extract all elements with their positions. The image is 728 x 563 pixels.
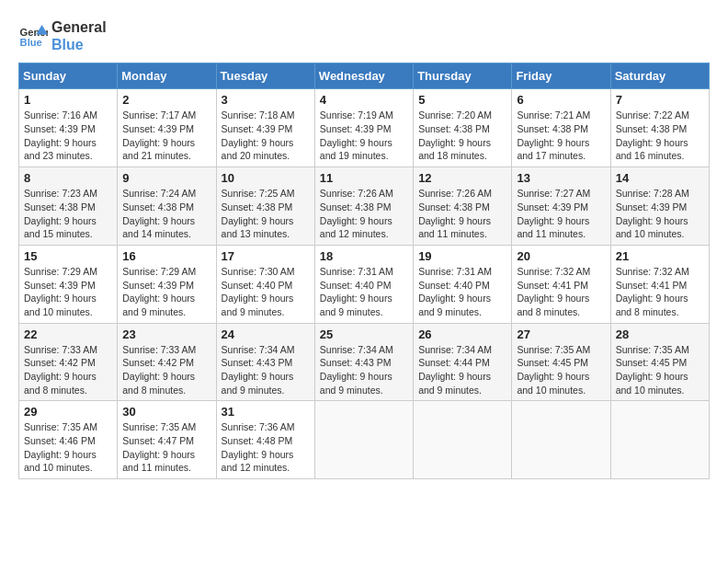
day-number: 13 xyxy=(517,171,605,185)
calendar-cell: 21 Sunrise: 7:32 AMSunset: 4:41 PMDaylig… xyxy=(610,245,709,323)
day-info: Sunrise: 7:32 AMSunset: 4:41 PMDaylight:… xyxy=(517,265,605,319)
day-number: 6 xyxy=(517,93,605,107)
calendar-cell: 13 Sunrise: 7:27 AMSunset: 4:39 PMDaylig… xyxy=(512,167,610,246)
day-header-thursday: Thursday xyxy=(414,63,512,89)
calendar-cell: 28 Sunrise: 7:35 AMSunset: 4:45 PMDaylig… xyxy=(610,323,709,401)
day-number: 27 xyxy=(517,327,605,341)
day-info: Sunrise: 7:29 AMSunset: 4:39 PMDaylight:… xyxy=(122,265,210,319)
day-info: Sunrise: 7:23 AMSunset: 4:38 PMDaylight:… xyxy=(24,187,112,241)
calendar-cell: 14 Sunrise: 7:28 AMSunset: 4:39 PMDaylig… xyxy=(610,167,709,246)
calendar-week-3: 15 Sunrise: 7:29 AMSunset: 4:39 PMDaylig… xyxy=(19,245,710,323)
calendar-table: SundayMondayTuesdayWednesdayThursdayFrid… xyxy=(18,63,710,479)
calendar-cell xyxy=(512,401,610,479)
day-info: Sunrise: 7:33 AMSunset: 4:42 PMDaylight:… xyxy=(122,343,210,397)
day-info: Sunrise: 7:34 AMSunset: 4:43 PMDaylight:… xyxy=(222,343,310,397)
calendar-cell xyxy=(414,401,512,479)
day-number: 11 xyxy=(320,171,408,185)
day-number: 26 xyxy=(418,327,506,341)
calendar-cell: 22 Sunrise: 7:33 AMSunset: 4:42 PMDaylig… xyxy=(19,323,118,401)
day-number: 2 xyxy=(122,93,210,107)
calendar-cell: 20 Sunrise: 7:32 AMSunset: 4:41 PMDaylig… xyxy=(512,245,610,323)
day-info: Sunrise: 7:31 AMSunset: 4:40 PMDaylight:… xyxy=(418,265,506,319)
calendar-cell: 26 Sunrise: 7:34 AMSunset: 4:44 PMDaylig… xyxy=(414,323,512,401)
day-number: 10 xyxy=(222,171,310,185)
calendar-cell: 23 Sunrise: 7:33 AMSunset: 4:42 PMDaylig… xyxy=(118,323,216,401)
day-number: 17 xyxy=(222,249,310,263)
calendar-header-row: SundayMondayTuesdayWednesdayThursdayFrid… xyxy=(19,63,710,89)
page-header: General Blue General Blue xyxy=(18,18,710,53)
calendar-week-1: 1 Sunrise: 7:16 AMSunset: 4:39 PMDayligh… xyxy=(19,89,710,167)
day-info: Sunrise: 7:34 AMSunset: 4:43 PMDaylight:… xyxy=(320,343,408,397)
day-info: Sunrise: 7:35 AMSunset: 4:47 PMDaylight:… xyxy=(122,420,210,475)
day-info: Sunrise: 7:28 AMSunset: 4:39 PMDaylight:… xyxy=(616,187,704,241)
day-info: Sunrise: 7:35 AMSunset: 4:45 PMDaylight:… xyxy=(616,343,704,397)
calendar-cell: 25 Sunrise: 7:34 AMSunset: 4:43 PMDaylig… xyxy=(314,323,413,401)
calendar-cell xyxy=(610,401,709,479)
day-number: 30 xyxy=(122,405,210,419)
day-info: Sunrise: 7:16 AMSunset: 4:39 PMDaylight:… xyxy=(24,109,112,163)
calendar-cell: 15 Sunrise: 7:29 AMSunset: 4:39 PMDaylig… xyxy=(19,245,118,323)
day-number: 24 xyxy=(222,327,310,341)
day-info: Sunrise: 7:32 AMSunset: 4:41 PMDaylight:… xyxy=(616,265,704,319)
day-info: Sunrise: 7:18 AMSunset: 4:39 PMDaylight:… xyxy=(222,109,310,163)
calendar-cell xyxy=(314,401,413,479)
day-number: 31 xyxy=(222,405,310,419)
day-info: Sunrise: 7:35 AMSunset: 4:46 PMDaylight:… xyxy=(24,420,112,475)
calendar-week-2: 8 Sunrise: 7:23 AMSunset: 4:38 PMDayligh… xyxy=(19,167,710,246)
calendar-cell: 29 Sunrise: 7:35 AMSunset: 4:46 PMDaylig… xyxy=(19,401,118,479)
day-info: Sunrise: 7:33 AMSunset: 4:42 PMDaylight:… xyxy=(24,343,112,397)
day-header-sunday: Sunday xyxy=(19,63,118,89)
day-header-wednesday: Wednesday xyxy=(314,63,413,89)
calendar-cell: 7 Sunrise: 7:22 AMSunset: 4:38 PMDayligh… xyxy=(610,89,709,167)
day-number: 9 xyxy=(122,171,210,185)
day-info: Sunrise: 7:36 AMSunset: 4:48 PMDaylight:… xyxy=(222,420,310,475)
day-info: Sunrise: 7:20 AMSunset: 4:38 PMDaylight:… xyxy=(418,109,506,163)
day-info: Sunrise: 7:34 AMSunset: 4:44 PMDaylight:… xyxy=(418,343,506,397)
logo-icon: General Blue xyxy=(18,21,48,51)
day-number: 15 xyxy=(24,249,112,263)
day-info: Sunrise: 7:25 AMSunset: 4:38 PMDaylight:… xyxy=(222,187,310,241)
logo-general: General xyxy=(51,18,107,36)
day-header-tuesday: Tuesday xyxy=(216,63,314,89)
calendar-cell: 31 Sunrise: 7:36 AMSunset: 4:48 PMDaylig… xyxy=(216,401,314,479)
calendar-week-5: 29 Sunrise: 7:35 AMSunset: 4:46 PMDaylig… xyxy=(19,401,710,479)
calendar-cell: 11 Sunrise: 7:26 AMSunset: 4:38 PMDaylig… xyxy=(314,167,413,246)
day-info: Sunrise: 7:29 AMSunset: 4:39 PMDaylight:… xyxy=(24,265,112,319)
calendar-week-4: 22 Sunrise: 7:33 AMSunset: 4:42 PMDaylig… xyxy=(19,323,710,401)
day-number: 19 xyxy=(418,249,506,263)
calendar-cell: 9 Sunrise: 7:24 AMSunset: 4:38 PMDayligh… xyxy=(118,167,216,246)
logo: General Blue General Blue xyxy=(18,18,107,53)
calendar-cell: 3 Sunrise: 7:18 AMSunset: 4:39 PMDayligh… xyxy=(216,89,314,167)
day-info: Sunrise: 7:17 AMSunset: 4:39 PMDaylight:… xyxy=(122,109,210,163)
calendar-cell: 30 Sunrise: 7:35 AMSunset: 4:47 PMDaylig… xyxy=(118,401,216,479)
logo-blue: Blue xyxy=(51,36,107,53)
calendar-cell: 10 Sunrise: 7:25 AMSunset: 4:38 PMDaylig… xyxy=(216,167,314,246)
day-number: 18 xyxy=(320,249,408,263)
calendar-cell: 8 Sunrise: 7:23 AMSunset: 4:38 PMDayligh… xyxy=(19,167,118,246)
day-info: Sunrise: 7:35 AMSunset: 4:45 PMDaylight:… xyxy=(517,343,605,397)
day-header-saturday: Saturday xyxy=(610,63,709,89)
day-number: 8 xyxy=(24,171,112,185)
day-number: 7 xyxy=(616,93,704,107)
calendar-cell: 6 Sunrise: 7:21 AMSunset: 4:38 PMDayligh… xyxy=(512,89,610,167)
calendar-cell: 2 Sunrise: 7:17 AMSunset: 4:39 PMDayligh… xyxy=(118,89,216,167)
calendar-cell: 18 Sunrise: 7:31 AMSunset: 4:40 PMDaylig… xyxy=(314,245,413,323)
calendar-cell: 19 Sunrise: 7:31 AMSunset: 4:40 PMDaylig… xyxy=(414,245,512,323)
calendar-cell: 4 Sunrise: 7:19 AMSunset: 4:39 PMDayligh… xyxy=(314,89,413,167)
day-number: 23 xyxy=(122,327,210,341)
calendar-cell: 24 Sunrise: 7:34 AMSunset: 4:43 PMDaylig… xyxy=(216,323,314,401)
calendar-cell: 5 Sunrise: 7:20 AMSunset: 4:38 PMDayligh… xyxy=(414,89,512,167)
day-info: Sunrise: 7:24 AMSunset: 4:38 PMDaylight:… xyxy=(122,187,210,241)
day-number: 16 xyxy=(122,249,210,263)
day-header-monday: Monday xyxy=(118,63,216,89)
day-number: 5 xyxy=(418,93,506,107)
day-info: Sunrise: 7:26 AMSunset: 4:38 PMDaylight:… xyxy=(320,187,408,241)
day-number: 25 xyxy=(320,327,408,341)
day-number: 22 xyxy=(24,327,112,341)
day-info: Sunrise: 7:31 AMSunset: 4:40 PMDaylight:… xyxy=(320,265,408,319)
day-number: 3 xyxy=(222,93,310,107)
day-number: 4 xyxy=(320,93,408,107)
calendar-cell: 1 Sunrise: 7:16 AMSunset: 4:39 PMDayligh… xyxy=(19,89,118,167)
calendar-cell: 27 Sunrise: 7:35 AMSunset: 4:45 PMDaylig… xyxy=(512,323,610,401)
calendar-cell: 16 Sunrise: 7:29 AMSunset: 4:39 PMDaylig… xyxy=(118,245,216,323)
